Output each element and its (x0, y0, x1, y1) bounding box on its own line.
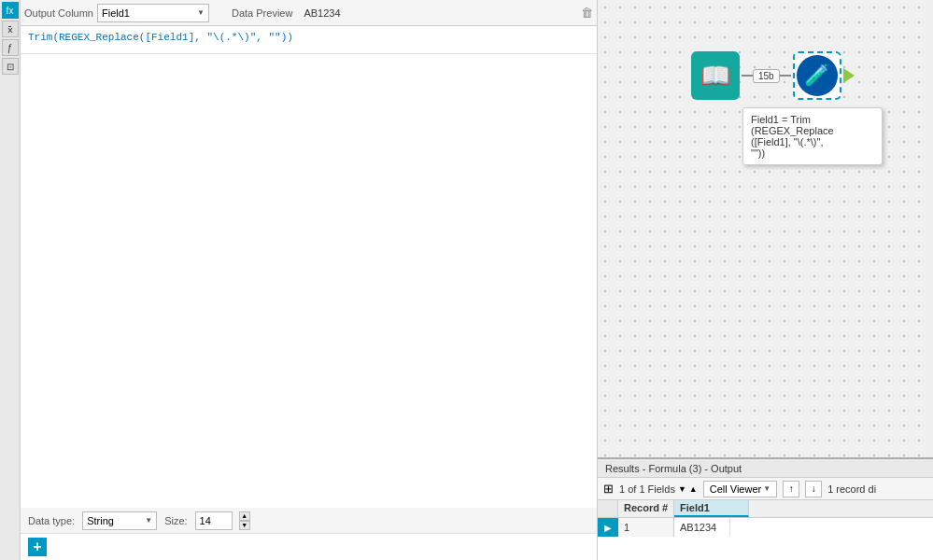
node-group: 📖 15b 🧪 (691, 51, 855, 100)
row-indicator: ▶ (598, 518, 618, 537)
data-type-label: Data type: (28, 515, 75, 526)
field1-cell: AB1234 (674, 518, 730, 537)
xbar-tool-button[interactable]: x̄ (2, 21, 19, 37)
formula-node-inner: 🧪 (797, 55, 838, 96)
formula-text: Trim(REGEX_Replace([Field1], "\(.*\)", "… (28, 32, 293, 43)
table-header: Record # Field1 (598, 500, 933, 518)
size-input[interactable] (195, 511, 233, 530)
record-num-header: Record # (618, 500, 674, 517)
formula-editor-area[interactable] (21, 54, 597, 508)
func-tool-button[interactable]: ƒ (2, 39, 19, 56)
sort-desc-button[interactable]: ↓ (805, 481, 822, 497)
connector: 15b (742, 69, 791, 83)
tooltip-text: Field1 = Trim(REGEX_Replace([Field1], "\… (751, 114, 834, 159)
results-table: Record # Field1 ▶ 1 AB1234 (598, 500, 933, 560)
preview-value: AB1234 (296, 7, 347, 19)
spin-up-button[interactable]: ▲ (239, 511, 250, 521)
formula-panel-content: Output Column Field1 ▼ Data Preview AB12… (21, 0, 597, 560)
delete-button[interactable]: 🗑 (581, 6, 593, 20)
grid-view-button[interactable]: ⊞ (603, 482, 614, 496)
box-tool-button[interactable]: ⊡ (2, 58, 19, 75)
fields-dropdown-arrow[interactable]: ▼ (678, 484, 686, 494)
badge-15b: 15b (753, 69, 780, 83)
field-dropdown-chevron: ▼ (197, 8, 205, 17)
formula-bar[interactable]: Trim(REGEX_Replace([Field1], "\(.*\)", "… (21, 26, 597, 54)
results-panel: Results - Formula (3) - Output ⊞ 1 of 1 … (598, 457, 933, 560)
results-title: Results - Formula (3) - Output (605, 463, 742, 474)
output-arrow (843, 68, 855, 83)
connector-line (742, 75, 753, 77)
size-spinner: ▲ ▼ (239, 511, 250, 530)
input-node[interactable]: 📖 (691, 51, 740, 100)
fields-text: 1 of 1 Fields (619, 483, 675, 495)
row-arrow-icon: ▶ (604, 523, 612, 533)
sort-asc-button[interactable]: ↑ (783, 481, 799, 497)
data-type-chevron: ▼ (145, 516, 152, 525)
cell-viewer-label: Cell Viewer (710, 483, 761, 495)
formula-tooltip: Field1 = Trim(REGEX_Replace([Field1], "\… (742, 107, 883, 165)
row-indicator-header (598, 500, 618, 517)
formula-node-box[interactable]: 🧪 (793, 51, 841, 100)
size-label: Size: (164, 515, 187, 526)
record-count-text: 1 record di (827, 483, 876, 495)
badge-area: 15b (753, 69, 780, 83)
formula-node-icon: 🧪 (804, 63, 829, 88)
table-row: ▶ 1 AB1234 (598, 518, 933, 537)
fx-tool-button[interactable]: fx (2, 2, 19, 19)
field-dropdown[interactable]: Field1 ▼ (97, 4, 209, 22)
results-toolbar: ⊞ 1 of 1 Fields ▼ ▲ Cell Viewer ▼ ↑ ↓ 1 … (598, 478, 933, 500)
field1-header: Field1 (674, 500, 749, 517)
formula-node-wrapper[interactable]: 🧪 (793, 51, 841, 100)
output-column-label: Output Column (24, 7, 93, 19)
connector-line2 (780, 75, 791, 77)
options-bar: Data type: String ▼ Size: ▲ ▼ (21, 508, 597, 534)
input-node-box[interactable]: 📖 (691, 51, 740, 100)
field-dropdown-value: Field1 (102, 7, 130, 19)
data-type-value: String (87, 515, 114, 526)
cell-viewer-chevron: ▼ (763, 484, 770, 493)
cell-viewer-button[interactable]: Cell Viewer ▼ (703, 481, 777, 497)
book-icon: 📖 (700, 62, 730, 91)
tool-strip: fx x̄ ƒ ⊡ (0, 0, 21, 560)
panel-header-row: Output Column Field1 ▼ Data Preview AB12… (21, 0, 597, 26)
data-type-dropdown[interactable]: String ▼ (82, 511, 157, 530)
fields-indicator: 1 of 1 Fields ▼ ▲ (619, 483, 698, 495)
results-header: Results - Formula (3) - Output (598, 459, 933, 478)
preview-label: Data Preview (232, 7, 292, 19)
fields-sort-arrow-up[interactable]: ▲ (689, 484, 698, 494)
add-field-button[interactable]: + (28, 538, 47, 556)
record-num-cell: 1 (618, 518, 674, 537)
add-button-row: + (21, 534, 597, 560)
spin-down-button[interactable]: ▼ (239, 521, 250, 530)
